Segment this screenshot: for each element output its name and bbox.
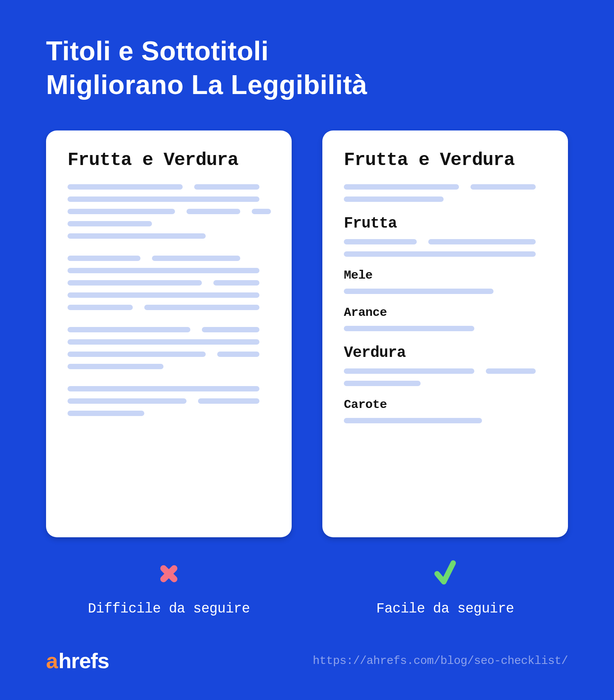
placeholder-paragraph [344,289,546,294]
caption-right: Facile da seguire [322,556,568,617]
logo-rest: hrefs [58,648,109,673]
ahrefs-logo: ahrefs [46,648,109,673]
card-hard-to-follow: Frutta e Verdura [46,130,292,537]
placeholder-paragraph [344,326,546,331]
card-left-heading: Frutta e Verdura [68,150,270,170]
subheading-frutta: Frutta [344,215,546,232]
caption-right-text: Facile da seguire [376,601,514,617]
placeholder-paragraph [344,239,546,257]
caption-left: Difficile da seguire [46,556,292,617]
subheading-arance: Arance [344,305,546,320]
placeholder-paragraph [344,418,546,423]
placeholder-paragraph [344,184,546,202]
placeholder-paragraph [68,184,270,239]
placeholder-paragraph [344,368,546,386]
comparison-cards: Frutta e Verdura Frutta [46,130,568,537]
captions-row: Difficile da seguire Facile da seguire [46,556,568,617]
subheading-verdura: Verdura [344,344,546,362]
card-easy-to-follow: Frutta e Verdura Frutta Mele Arance Verd… [322,130,568,537]
placeholder-paragraph [68,256,270,310]
page-title: Titoli e Sottotitoli Migliorano La Leggi… [46,35,367,102]
title-line-1: Titoli e Sottotitoli [46,35,367,68]
footer: ahrefs https://ahrefs.com/blog/seo-check… [46,648,568,673]
card-right-heading: Frutta e Verdura [344,150,546,170]
placeholder-paragraph [68,327,270,369]
caption-left-text: Difficile da seguire [88,601,250,617]
subheading-carote: Carote [344,398,546,412]
logo-letter-a: a [46,648,58,673]
subheading-mele: Mele [344,268,546,282]
cross-icon [155,556,182,591]
check-icon [432,556,459,591]
title-line-2: Migliorano La Leggibilità [46,68,367,102]
footer-url: https://ahrefs.com/blog/seo-checklist/ [313,654,568,667]
placeholder-paragraph [68,386,270,416]
